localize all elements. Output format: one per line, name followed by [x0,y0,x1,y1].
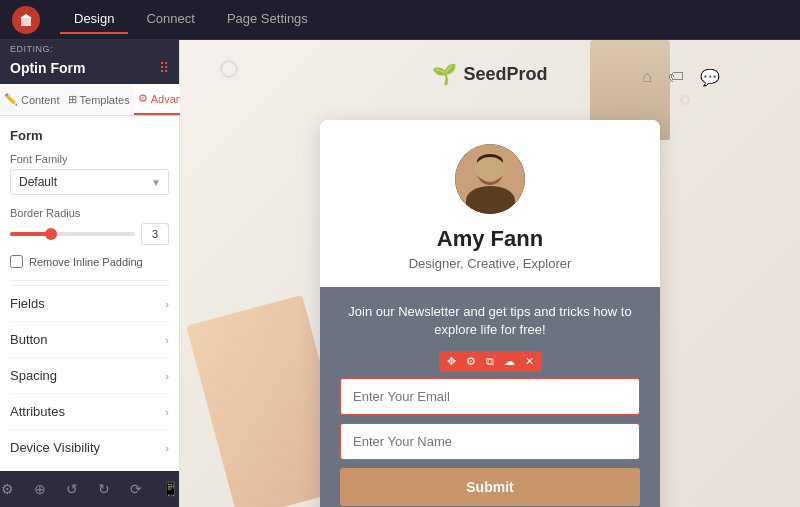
border-radius-slider[interactable] [10,232,135,236]
avatar [455,144,525,214]
border-radius-value: 3 [141,223,169,245]
device-visibility-section[interactable]: Device Visibility › [10,429,169,465]
panel-content: Form Font Family Default Arial Georgia ▼… [0,116,179,471]
chat-icon[interactable]: 💬 [700,68,720,87]
right-canvas: 🌱 SeedProd ⌂ 🏷 💬 [180,40,800,507]
person-name: Amy Fann [344,226,636,252]
link-icon[interactable]: ⊕ [34,481,46,497]
tab-content[interactable]: ✏️ Content [0,84,64,115]
name-input[interactable] [340,423,640,460]
refresh-icon[interactable]: ⟳ [130,481,142,497]
fields-label: Fields [10,296,45,311]
copy-icon[interactable]: ⧉ [482,353,498,370]
font-family-label: Font Family [10,153,169,165]
svg-point-7 [477,154,503,170]
tab-templates[interactable]: ⊞ Templates [64,84,134,115]
top-navigation: Design Connect Page Settings [0,0,800,40]
card-white-section: Amy Fann Designer, Creative, Explorer [320,120,660,287]
main-layout: EDITING: Optin Form ⠿ ✏️ Content ⊞ Templ… [0,40,800,507]
slider-thumb[interactable] [45,228,57,240]
divider-1 [10,280,169,281]
chevron-right-icon-5: › [165,442,169,454]
attributes-section[interactable]: Attributes › [10,393,169,429]
font-family-wrapper: Default Arial Georgia ▼ [10,169,169,195]
grid-icon[interactable]: ⠿ [159,60,169,76]
svg-rect-4 [477,169,487,175]
editing-label: EDITING: [0,40,179,58]
settings-icon-2[interactable]: ⚙ [462,353,480,370]
attributes-label: Attributes [10,404,65,419]
mobile-icon[interactable]: 📱 [162,481,179,497]
svg-point-2 [470,194,510,214]
font-family-select[interactable]: Default Arial Georgia [10,169,169,195]
svg-point-3 [479,160,501,182]
bottom-toolbar: ⚙ ⊕ ↺ ↻ ⟳ 📱 [0,471,179,507]
page-background: 🌱 SeedProd ⌂ 🏷 💬 [180,40,800,507]
tag-icon[interactable]: 🏷 [668,68,684,87]
move-icon[interactable]: ✥ [443,353,460,370]
settings-icon[interactable]: ⚙ [1,481,14,497]
form-section-title: Form [10,128,169,143]
seedprod-brand-icon: 🌱 [432,62,457,86]
nav-tab-page-settings[interactable]: Page Settings [213,5,322,34]
fields-section[interactable]: Fields › [10,285,169,321]
save-icon[interactable]: ☁ [500,353,519,370]
person-title: Designer, Creative, Explorer [344,256,636,271]
canvas-top-icons: ⌂ 🏷 💬 [642,68,720,87]
button-section[interactable]: Button › [10,321,169,357]
button-label: Button [10,332,48,347]
border-radius-label: Border Radius [10,207,169,219]
email-input[interactable] [340,378,640,415]
newsletter-text: Join our Newsletter and get tips and tri… [340,303,640,339]
deco-circle-1 [220,60,238,78]
brand-name: SeedProd [463,64,547,85]
left-panel: EDITING: Optin Form ⠿ ✏️ Content ⊞ Templ… [0,40,180,507]
chevron-right-icon: › [165,298,169,310]
chevron-right-icon-2: › [165,334,169,346]
home-icon[interactable]: ⌂ [642,68,652,87]
spacing-section[interactable]: Spacing › [10,357,169,393]
templates-icon: ⊞ [68,93,77,106]
remove-inline-padding-row: Remove Inline Padding [10,255,169,268]
pencil-icon: ✏️ [4,93,18,106]
remove-inline-padding-label: Remove Inline Padding [29,256,143,268]
spacing-label: Spacing [10,368,57,383]
nav-tab-connect[interactable]: Connect [132,5,208,34]
svg-rect-5 [493,169,503,175]
floating-toolbar: ✥ ⚙ ⧉ ☁ ✕ [439,351,542,372]
chevron-right-icon-4: › [165,406,169,418]
delete-icon[interactable]: ✕ [521,353,538,370]
optin-card: Amy Fann Designer, Creative, Explorer Jo… [320,120,660,507]
editing-title: Optin Form [10,60,85,76]
avatar-image [455,144,525,214]
submit-button[interactable]: Submit [340,468,640,506]
slider-fill [10,232,48,236]
border-radius-row: 3 [10,223,169,245]
undo-icon[interactable]: ↺ [66,481,78,497]
editing-title-row: Optin Form ⠿ [0,58,179,84]
device-visibility-label: Device Visibility [10,440,100,455]
nav-tabs: Design Connect Page Settings [60,5,322,34]
redo-icon[interactable]: ↻ [98,481,110,497]
advanced-icon: ⚙ [138,92,148,105]
chevron-right-icon-3: › [165,370,169,382]
app-logo [12,6,40,34]
nav-tab-design[interactable]: Design [60,5,128,34]
deco-circle-2 [680,95,690,105]
remove-inline-padding-checkbox[interactable] [10,255,23,268]
seedprod-logo: 🌱 SeedProd [432,62,547,86]
sub-tabs: ✏️ Content ⊞ Templates ⚙ Advanced [0,84,179,116]
card-gray-section: Join our Newsletter and get tips and tri… [320,287,660,507]
